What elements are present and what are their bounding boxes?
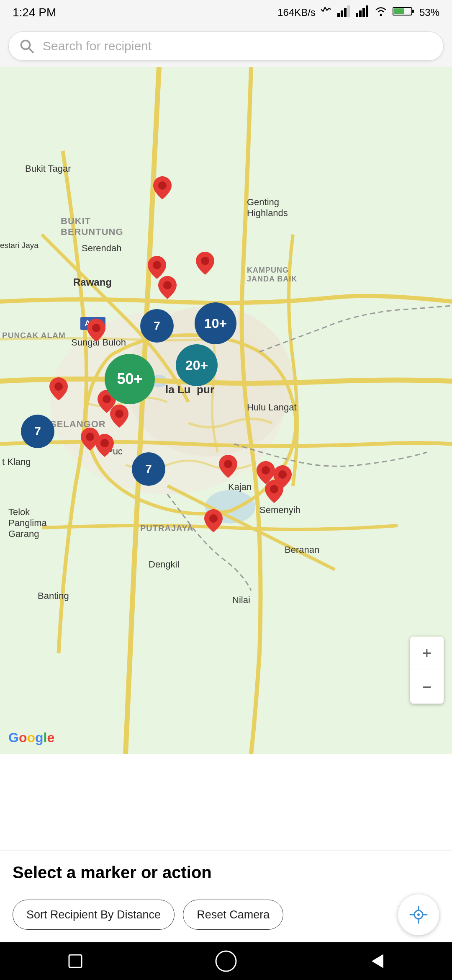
label-port-klang: t Klang <box>2 456 31 467</box>
svg-rect-10 <box>412 10 414 13</box>
label-estari-jaya: estari Jaya <box>0 241 39 250</box>
battery-icon <box>393 6 414 19</box>
search-placeholder: Search for recipient <box>43 39 152 53</box>
label-putrajaya: PUTRAJAYA <box>140 524 194 533</box>
svg-point-30 <box>224 460 232 468</box>
status-time: 1:24 PM <box>13 6 56 19</box>
reset-camera-button[interactable]: Reset Camera <box>183 900 283 930</box>
back-icon <box>366 951 387 972</box>
map-container[interactable]: Bukit Tagar BUKITBERUNTUNG GentingHighla… <box>0 67 452 754</box>
zoom-controls: + − <box>410 637 444 704</box>
label-kl: la Lu pur <box>165 383 214 396</box>
cluster-7-center[interactable]: 7 <box>140 309 174 343</box>
home-button[interactable] <box>213 949 239 974</box>
cluster-20plus-label: 20+ <box>185 358 208 373</box>
label-bukit-tagar: Bukit Tagar <box>25 163 71 174</box>
label-puncak-alam: PUNCAK ALAM <box>2 331 66 340</box>
svg-marker-43 <box>372 955 383 967</box>
svg-rect-3 <box>347 5 350 17</box>
cluster-10plus[interactable]: 10+ <box>195 302 236 344</box>
network-speed: 164KB/s <box>277 7 316 18</box>
cluster-10plus-label: 10+ <box>204 316 227 331</box>
cluster-20plus[interactable]: 20+ <box>176 344 218 386</box>
label-kajang: Kajan <box>228 482 252 493</box>
wifi-icon <box>374 6 388 19</box>
nav-bar <box>0 942 452 980</box>
svg-rect-41 <box>69 955 82 967</box>
status-right: 164KB/s <box>277 5 439 20</box>
svg-point-23 <box>163 281 172 289</box>
recent-apps-button[interactable] <box>63 949 88 974</box>
svg-rect-0 <box>337 13 340 17</box>
bottom-actions: Sort Recipient By Distance Reset Camera <box>13 894 439 936</box>
marker-west[interactable] <box>49 377 68 402</box>
battery-percent: 53% <box>419 7 439 18</box>
sort-recipient-button[interactable]: Sort Recipient By Distance <box>13 900 175 930</box>
signal-bars-icon <box>337 5 351 20</box>
svg-rect-2 <box>344 8 347 17</box>
cluster-50plus-label: 50+ <box>117 370 142 388</box>
cluster-50plus[interactable]: 50+ <box>105 354 155 404</box>
location-icon <box>408 905 429 925</box>
cluster-7-bottom[interactable]: 7 <box>132 452 165 486</box>
zoom-out-button[interactable]: − <box>410 670 444 704</box>
svg-point-25 <box>54 382 63 391</box>
label-hulu-langat: Hulu Langat <box>247 402 297 413</box>
label-kampung-janda: KAMPUNGJANDA BAIK <box>247 266 297 284</box>
marker-rawang-3[interactable] <box>158 276 177 301</box>
label-beranan: Beranan <box>285 544 319 555</box>
label-banting: Banting <box>38 591 69 601</box>
bottom-panel-title: Select a marker or action <box>13 863 439 882</box>
svg-point-28 <box>86 433 94 441</box>
label-semenyih: Semenyih <box>259 505 300 516</box>
label-bukit-beruntung: BUKITBERUNTUNG <box>61 216 123 237</box>
marker-sg-buloh[interactable] <box>87 319 105 343</box>
svg-rect-5 <box>359 10 362 17</box>
svg-point-32 <box>278 470 287 479</box>
svg-point-34 <box>209 514 218 523</box>
signal-icon <box>321 5 332 20</box>
svg-point-27 <box>115 410 123 418</box>
svg-rect-14 <box>0 67 452 754</box>
marker-south-2[interactable] <box>95 434 114 459</box>
marker-kajang-1[interactable] <box>219 455 237 480</box>
search-bar-container: Search for recipient <box>0 25 452 67</box>
svg-point-21 <box>153 261 161 269</box>
label-serendah: Serendah <box>82 243 121 254</box>
svg-point-20 <box>158 181 167 190</box>
svg-point-24 <box>92 324 100 332</box>
search-icon <box>19 39 34 54</box>
svg-point-29 <box>100 439 109 447</box>
marker-puchong-2[interactable] <box>110 405 128 429</box>
marker-kajang-4[interactable] <box>265 480 283 505</box>
svg-line-13 <box>29 48 33 52</box>
svg-rect-6 <box>362 8 365 17</box>
recent-apps-icon <box>65 951 86 972</box>
svg-point-26 <box>103 395 111 403</box>
back-button[interactable] <box>364 949 389 974</box>
search-bar[interactable]: Search for recipient <box>8 31 444 61</box>
location-fab-button[interactable] <box>398 894 439 936</box>
svg-point-33 <box>270 485 278 493</box>
label-genting: GentingHighlands <box>247 197 288 219</box>
svg-rect-11 <box>393 8 404 14</box>
svg-point-36 <box>417 913 420 916</box>
marker-rawang-2[interactable] <box>196 252 214 276</box>
svg-rect-1 <box>341 10 343 17</box>
status-bar: 1:24 PM 164KB/s <box>0 0 452 25</box>
cluster-7-bottom-label: 7 <box>145 462 152 476</box>
label-dengkil: Dengkil <box>149 559 179 570</box>
marker-putrajaya[interactable] <box>204 509 223 534</box>
svg-point-31 <box>262 466 270 475</box>
svg-rect-7 <box>366 5 368 17</box>
google-logo: Google <box>8 730 54 745</box>
home-icon <box>213 949 239 974</box>
label-telok: TelokPanglimaGarang <box>8 507 47 539</box>
label-nilai: Nilai <box>232 595 250 606</box>
svg-point-8 <box>380 14 382 16</box>
bottom-panel: Select a marker or action Sort Recipient… <box>0 850 452 942</box>
zoom-in-button[interactable]: + <box>410 637 444 670</box>
cluster-7-left[interactable]: 7 <box>21 415 54 448</box>
signal-bars2-icon <box>356 5 369 20</box>
marker-batu-kali[interactable] <box>153 176 172 201</box>
